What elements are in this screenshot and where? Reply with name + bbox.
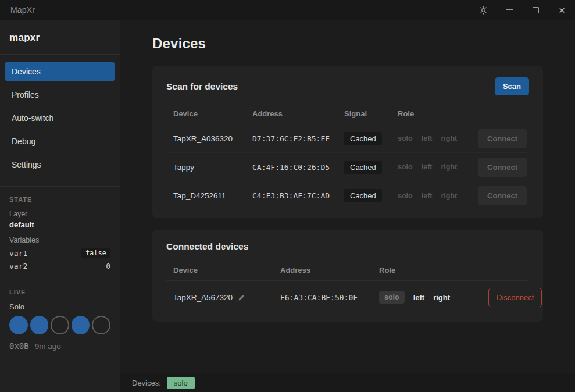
action-cell: Disconnect	[488, 288, 559, 307]
scan-card-title: Scan for devices	[166, 81, 238, 92]
live-section: LIVE Solo 0x0B 9m ago	[0, 279, 120, 351]
state-heading: STATE	[9, 196, 110, 203]
disconnect-button[interactable]: Disconnect	[488, 288, 542, 307]
titlebar: MapXr ×	[0, 0, 575, 20]
live-hex-value: 0x0B	[9, 341, 29, 351]
finger-indicators	[9, 316, 110, 334]
scan-card-header: Scan for devices Scan	[166, 77, 529, 95]
page-title: Devices	[152, 35, 543, 52]
finger-indicator	[9, 316, 28, 334]
sidebar-nav: Devices Profiles Auto-switch Debug Setti…	[0, 55, 120, 178]
connect-button[interactable]: Connect	[478, 186, 527, 205]
maximize-button[interactable]	[523, 0, 549, 20]
column-header-address: Address	[245, 109, 337, 118]
role-option-solo[interactable]: solo	[398, 163, 413, 171]
minimize-icon	[506, 9, 513, 10]
device-name: TapXR_A036320	[166, 134, 245, 143]
variable-value: 0	[106, 262, 110, 270]
role-option-solo[interactable]: solo	[398, 134, 413, 142]
sidebar-item-label: Profiles	[12, 90, 39, 99]
sidebar-item-debug[interactable]: Debug	[5, 131, 115, 151]
device-address: C4:F3:B3:AF:7C:AD	[245, 191, 337, 200]
role-option-left[interactable]: left	[422, 134, 433, 142]
column-header-device: Device	[166, 266, 273, 275]
role-option-right[interactable]: right	[441, 163, 457, 171]
finger-indicator	[30, 316, 49, 334]
close-button[interactable]: ×	[549, 0, 575, 20]
device-address: E6:A3:CA:BE:50:0F	[273, 293, 372, 302]
table-row: TapXR_A036320 D7:37:6C:F2:B5:EE Cached s…	[166, 124, 529, 153]
edit-name-icon[interactable]	[238, 294, 245, 301]
statusbar: Devices: solo	[120, 373, 575, 392]
action-cell: Connect	[478, 186, 538, 205]
finger-indicator	[92, 316, 110, 334]
live-meta: 0x0B 9m ago	[9, 341, 110, 351]
device-address: D7:37:6C:F2:B5:EE	[245, 134, 337, 143]
signal-badge: Cached	[344, 132, 382, 145]
sidebar-item-label: Settings	[12, 160, 41, 169]
sidebar: mapxr Devices Profiles Auto-switch Debug…	[0, 20, 120, 392]
table-row: Tappy CA:4F:16:C0:26:D5 Cached solo left…	[166, 153, 529, 181]
device-name: Tap_D4252611	[166, 191, 245, 200]
column-header-role: Role	[391, 109, 478, 118]
main-column: Devices Scan for devices Scan Device Add…	[120, 20, 575, 392]
live-timestamp: 9m ago	[35, 342, 61, 351]
sidebar-item-settings[interactable]: Settings	[5, 155, 115, 174]
sidebar-item-label: Debug	[12, 137, 35, 146]
device-name-text: TapXR_A567320	[173, 293, 233, 302]
layer-value: default	[9, 220, 110, 229]
window-title: MapXr	[0, 5, 35, 15]
variable-row: var1 false	[9, 248, 110, 258]
signal-cell: Cached	[337, 132, 391, 145]
role-options: solo left right	[391, 134, 478, 142]
column-header-role: Role	[372, 266, 488, 275]
finger-indicator	[72, 316, 90, 334]
connected-card-title: Connected devices	[166, 241, 248, 252]
role-options: solo left right	[391, 163, 478, 171]
connected-card-header: Connected devices	[166, 241, 529, 252]
app-body: mapxr Devices Profiles Auto-switch Debug…	[0, 20, 575, 392]
sidebar-item-profiles[interactable]: Profiles	[5, 85, 115, 105]
signal-cell: Cached	[337, 161, 391, 174]
device-address: CA:4F:16:C0:26:D5	[245, 163, 337, 172]
device-name: Tappy	[166, 163, 245, 172]
column-header-address: Address	[273, 266, 372, 275]
variables-label: Variables	[9, 236, 110, 244]
variable-value-badge: false	[81, 248, 110, 258]
app-window: MapXr × mapxr Devices Profiles	[0, 0, 575, 392]
app-logo: mapxr	[0, 20, 120, 55]
minimize-button[interactable]	[497, 0, 523, 20]
variable-name: var2	[9, 262, 27, 270]
signal-badge: Cached	[344, 161, 382, 174]
role-option-solo-selected[interactable]: solo	[379, 291, 405, 304]
role-options: solo left right	[372, 291, 488, 304]
role-option-right[interactable]: right	[433, 293, 450, 302]
sidebar-item-label: Auto-switch	[12, 113, 53, 123]
state-section: STATE Layer default Variables var1 false…	[0, 187, 120, 270]
connected-card: Connected devices Device Address Role Ta…	[152, 230, 543, 322]
connect-button[interactable]: Connect	[478, 158, 527, 177]
live-mode-label: Solo	[9, 302, 110, 311]
sidebar-item-auto-switch[interactable]: Auto-switch	[5, 108, 115, 128]
sun-icon	[479, 6, 488, 15]
statusbar-devices-label: Devices:	[132, 379, 161, 387]
connect-button[interactable]: Connect	[478, 129, 527, 148]
main-content: Devices Scan for devices Scan Device Add…	[120, 20, 575, 373]
role-option-right[interactable]: right	[441, 134, 457, 142]
scan-button[interactable]: Scan	[495, 77, 529, 95]
role-option-left[interactable]: left	[422, 192, 433, 200]
finger-indicator	[51, 316, 69, 334]
role-option-left[interactable]: left	[413, 293, 425, 302]
maximize-icon	[533, 7, 539, 13]
role-options: solo left right	[391, 192, 478, 200]
role-option-solo[interactable]: solo	[398, 192, 413, 200]
action-cell: Connect	[478, 158, 538, 177]
column-header-signal: Signal	[337, 109, 391, 118]
variable-name: var1	[9, 249, 27, 258]
theme-toggle-button[interactable]	[470, 0, 497, 20]
sidebar-item-devices[interactable]: Devices	[5, 62, 115, 81]
variable-row: var2 0	[9, 262, 110, 270]
role-option-left[interactable]: left	[422, 163, 433, 171]
role-option-right[interactable]: right	[441, 192, 457, 200]
close-icon: ×	[559, 5, 565, 16]
